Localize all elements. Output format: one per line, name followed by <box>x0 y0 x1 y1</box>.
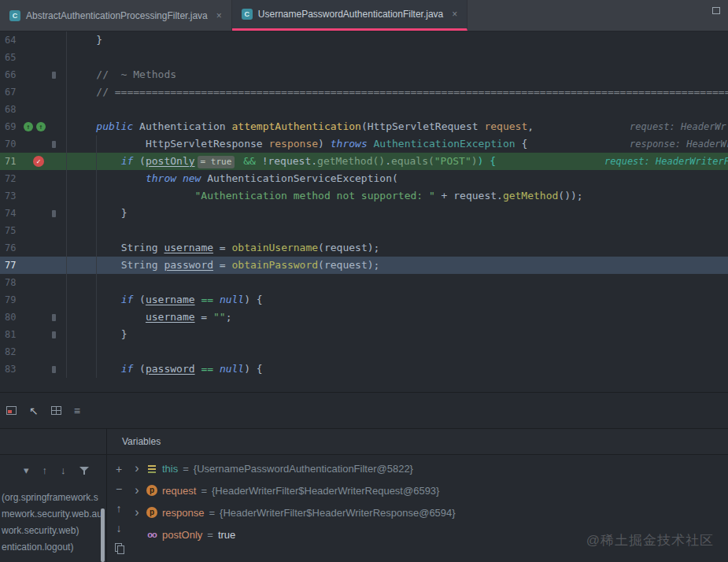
line-number[interactable]: 64 <box>0 31 24 49</box>
gutter[interactable]: 75 <box>0 222 67 239</box>
filter-icon[interactable] <box>79 466 89 475</box>
execution-point-icon[interactable]: ↖ <box>29 405 39 417</box>
gutter[interactable]: 80 <box>0 309 67 326</box>
panel-header: Variables <box>0 428 728 455</box>
variable-name: postOnly <box>162 529 202 541</box>
gutter[interactable]: 72 <box>0 170 67 187</box>
copy-icon[interactable] <box>115 543 124 553</box>
line-number[interactable]: 74 <box>0 205 24 222</box>
indent-guide <box>96 326 97 343</box>
stack-frame[interactable]: work.security.web) <box>0 523 101 539</box>
code-text: username = ""; <box>67 309 728 326</box>
window-icon[interactable] <box>712 7 720 14</box>
line-number[interactable]: 67 <box>0 83 24 101</box>
equals-sign: = <box>201 485 207 497</box>
gutter[interactable]: 79 <box>0 291 67 309</box>
gutter[interactable]: 78 <box>0 274 67 291</box>
gutter[interactable]: 66 <box>0 66 67 83</box>
line-number[interactable]: 77 <box>0 257 24 274</box>
gutter[interactable]: 69↑↑ <box>0 118 67 135</box>
expand-chevron-icon[interactable]: › <box>132 484 142 497</box>
gutter-icons <box>24 291 66 309</box>
param-icon: p <box>146 507 157 518</box>
move-up-icon[interactable]: ↑ <box>116 502 122 515</box>
gutter[interactable]: 73 <box>0 187 67 205</box>
fold-marker[interactable] <box>52 331 56 338</box>
editor-tab-bar: C AbstractAuthenticationProcessingFilter… <box>0 0 728 31</box>
line-number[interactable]: 76 <box>0 239 24 257</box>
frame-down-icon[interactable]: ↓ <box>61 464 66 476</box>
frame-up-icon[interactable]: ↑ <box>42 464 48 476</box>
override-icon[interactable]: ↑ <box>36 122 46 131</box>
line-number[interactable]: 68 <box>0 101 24 118</box>
line-number[interactable]: 83 <box>0 360 24 378</box>
variable-value: {UsernamePasswordAuthenticationFilter@58… <box>194 463 413 475</box>
gutter[interactable]: 83 <box>0 360 67 378</box>
frames-toolbar: ▾ ↑ ↓ <box>0 464 102 476</box>
gutter-icons <box>24 343 66 360</box>
line-number[interactable]: 70 <box>0 135 24 153</box>
gutter[interactable]: 76 <box>0 239 67 257</box>
breakpoint-icon[interactable]: ✓ <box>33 156 44 167</box>
line-number[interactable]: 79 <box>0 291 24 309</box>
fold-marker[interactable] <box>52 141 56 148</box>
line-number[interactable]: 78 <box>0 274 24 291</box>
inline-debug-hint: response: HeaderWr <box>630 135 728 153</box>
stack-frame[interactable]: mework.security.web.au <box>0 506 101 523</box>
gutter[interactable]: 71✓ <box>0 153 67 170</box>
variable-row[interactable]: ›this={UsernamePasswordAuthenticationFil… <box>126 457 728 479</box>
line-number[interactable]: 81 <box>0 326 24 343</box>
gutter[interactable]: 68 <box>0 101 67 118</box>
line-number[interactable]: 69 <box>0 118 24 135</box>
view-options-icon[interactable]: ≡ <box>74 405 80 417</box>
fold-marker[interactable] <box>52 72 56 79</box>
gutter[interactable]: 77 <box>0 257 67 274</box>
line-number[interactable]: 66 <box>0 66 24 83</box>
tab-username-password-authentication-filter[interactable]: C UsernamePasswordAuthenticationFilter.j… <box>232 0 467 31</box>
gutter-icons: ↑↑ <box>24 118 66 135</box>
indent-guide <box>96 360 97 378</box>
fold-marker[interactable] <box>52 366 56 373</box>
code-text: throw new AuthenticationServiceException… <box>67 170 728 187</box>
gutter[interactable]: 74 <box>0 205 67 222</box>
line-number[interactable]: 75 <box>0 222 24 239</box>
remove-watch-icon[interactable]: − <box>116 483 122 495</box>
thread-dropdown-icon[interactable]: ▾ <box>24 464 29 476</box>
gutter[interactable]: 64 <box>0 31 67 49</box>
tab-variables[interactable]: Variables <box>122 429 161 455</box>
grid-layout-icon[interactable] <box>51 406 61 415</box>
gutter-icons: ✓ <box>24 153 66 170</box>
indent-guide <box>96 239 97 257</box>
code-text: } <box>67 31 728 49</box>
line-number[interactable]: 72 <box>0 170 24 187</box>
add-watch-icon[interactable]: + <box>116 463 122 475</box>
stack-frame[interactable]: (org.springframework.s <box>0 490 101 506</box>
gutter[interactable]: 82 <box>0 343 67 360</box>
line-number[interactable]: 71 <box>0 153 24 170</box>
gutter-icons <box>24 309 66 326</box>
stack-frame[interactable]: entication.logout) <box>0 539 101 556</box>
gutter[interactable]: 81 <box>0 326 67 343</box>
gutter[interactable]: 67 <box>0 83 67 101</box>
frames-scrollbar[interactable] <box>101 508 105 562</box>
move-down-icon[interactable]: ↓ <box>116 522 122 534</box>
fold-marker[interactable] <box>52 314 56 321</box>
close-icon[interactable]: × <box>452 9 457 20</box>
close-icon[interactable]: × <box>216 10 222 21</box>
tab-abstract-authentication-processing-filter[interactable]: C AbstractAuthenticationProcessingFilter… <box>0 0 232 31</box>
fold-marker[interactable] <box>52 210 56 217</box>
line-number[interactable]: 65 <box>0 49 24 66</box>
restore-layout-icon[interactable] <box>6 406 17 415</box>
variable-row[interactable]: ›presponse={HeaderWriterFilter$HeaderWri… <box>126 501 728 523</box>
editor-pane[interactable]: 64 }6566 // ~ Methods67 // =============… <box>0 31 728 392</box>
line-number[interactable]: 82 <box>0 343 24 360</box>
gutter[interactable]: 65 <box>0 49 67 66</box>
indent-guide <box>96 135 97 153</box>
expand-chevron-icon[interactable]: › <box>132 462 142 475</box>
override-icon[interactable]: ↑ <box>24 122 33 131</box>
line-number[interactable]: 73 <box>0 187 24 205</box>
gutter[interactable]: 70 <box>0 135 67 153</box>
line-number[interactable]: 80 <box>0 309 24 326</box>
variable-row[interactable]: ›prequest={HeaderWriterFilter$HeaderWrit… <box>126 479 728 501</box>
expand-chevron-icon[interactable]: › <box>132 506 142 519</box>
